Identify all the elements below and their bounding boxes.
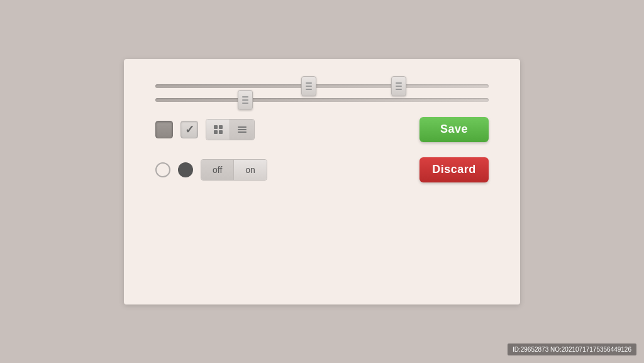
controls-row-2: off on Discard bbox=[155, 157, 489, 182]
slider-row-2 bbox=[155, 98, 489, 102]
radio-unselected[interactable] bbox=[155, 162, 170, 177]
slider-row-1 bbox=[155, 84, 489, 88]
sliders-section bbox=[155, 84, 489, 102]
slider-thumb-1a[interactable] bbox=[301, 76, 316, 96]
radio-selected[interactable] bbox=[178, 162, 193, 177]
slider-thumb-1b[interactable] bbox=[391, 76, 406, 96]
controls-row-1: ✓ Save bbox=[155, 117, 489, 142]
checkbox-unchecked[interactable] bbox=[155, 121, 173, 138]
discard-button[interactable]: Discard bbox=[419, 157, 489, 182]
thumb-grip-2a bbox=[242, 96, 248, 104]
slider-track-2[interactable] bbox=[155, 98, 489, 102]
grid-icon bbox=[214, 125, 223, 134]
settings-card: ✓ Save off on Discard bbox=[124, 59, 520, 304]
grid-view-button[interactable] bbox=[206, 120, 230, 140]
slider-thumb-2a[interactable] bbox=[238, 90, 253, 110]
list-icon bbox=[238, 126, 247, 133]
checkbox-checked[interactable]: ✓ bbox=[180, 121, 198, 138]
slider-track-1[interactable] bbox=[155, 84, 489, 88]
on-button[interactable]: on bbox=[234, 160, 267, 180]
off-button[interactable]: off bbox=[201, 160, 234, 180]
save-button[interactable]: Save bbox=[419, 117, 489, 142]
list-view-button[interactable] bbox=[230, 120, 254, 140]
watermark: ID:29652873 NO:20210717175356449126 bbox=[508, 343, 636, 355]
checkmark-icon: ✓ bbox=[185, 124, 194, 135]
thumb-grip-1a bbox=[306, 82, 312, 90]
thumb-grip-1b bbox=[396, 82, 402, 90]
view-toggle-group bbox=[206, 119, 255, 140]
off-on-toggle-group: off on bbox=[201, 159, 267, 181]
